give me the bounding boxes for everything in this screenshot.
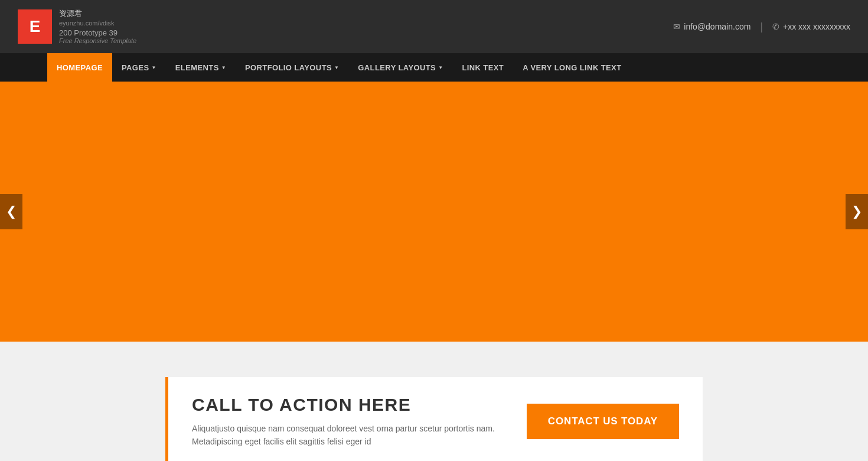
nav-link-homepage[interactable]: HOMEPAGE <box>47 53 112 82</box>
site-header: E 资源君 eyunzhu.com/vdisk 200 Prototype 39… <box>0 0 868 53</box>
slider-prev-button[interactable]: ❮ <box>0 194 22 229</box>
prev-icon: ❮ <box>6 204 17 219</box>
nav-item-gallery[interactable]: GALLERY LAYOUTS ▼ <box>348 53 452 82</box>
nav-link-portfolio[interactable]: PORTFOLIO LAYOUTS ▼ <box>236 53 348 82</box>
logo-text: 资源君 eyunzhu.com/vdisk 200 Prototype 39 F… <box>59 9 136 44</box>
main-nav: HOMEPAGE PAGES ▼ ELEMENTS ▼ PORTFOLIO LA… <box>0 53 868 82</box>
pages-arrow: ▼ <box>152 65 156 70</box>
logo-icon: E <box>18 9 52 44</box>
portfolio-arrow: ▼ <box>334 65 339 70</box>
nav-link-gallery[interactable]: GALLERY LAYOUTS ▼ <box>348 53 452 82</box>
email-icon: ✉ <box>673 22 680 31</box>
site-name: 200 Prototype 39 <box>59 28 136 37</box>
contact-divider: | <box>760 21 763 33</box>
hero-slider: ❮ ❯ <box>0 82 868 342</box>
gallery-arrow: ▼ <box>438 65 443 70</box>
contact-us-button[interactable]: CONTACT US TODAY <box>527 404 679 439</box>
phone-icon: ✆ <box>772 22 779 31</box>
logo-title: 资源君 eyunzhu.com/vdisk <box>59 9 136 27</box>
tagline: Free Responsive Template <box>59 37 136 44</box>
cta-text-area: CALL TO ACTION HERE Aliquatjusto quisque… <box>192 395 527 449</box>
cta-heading: CALL TO ACTION HERE <box>192 395 503 415</box>
cta-section: CALL TO ACTION HERE Aliquatjusto quisque… <box>165 377 703 461</box>
nav-item-elements[interactable]: ELEMENTS ▼ <box>166 53 236 82</box>
nav-link-pages[interactable]: PAGES ▼ <box>112 53 166 82</box>
nav-item-link-text[interactable]: LINK TEXT <box>452 53 513 82</box>
elements-arrow: ▼ <box>221 65 226 70</box>
next-icon: ❯ <box>851 204 862 219</box>
nav-item-pages[interactable]: PAGES ▼ <box>112 53 166 82</box>
email-text: info@domain.com <box>684 22 750 31</box>
nav-link-elements[interactable]: ELEMENTS ▼ <box>166 53 236 82</box>
header-contact: ✉ info@domain.com | ✆ +xx xxx xxxxxxxxx <box>673 21 850 33</box>
nav-item-long-link[interactable]: A VERY LONG LINK TEXT <box>513 53 631 82</box>
email-contact: ✉ info@domain.com <box>673 22 750 31</box>
nav-link-link-text[interactable]: LINK TEXT <box>452 53 513 82</box>
nav-link-long[interactable]: A VERY LONG LINK TEXT <box>513 53 631 82</box>
logo-area: E 资源君 eyunzhu.com/vdisk 200 Prototype 39… <box>18 9 136 44</box>
phone-text: +xx xxx xxxxxxxxx <box>783 22 850 31</box>
cta-body: Aliquatjusto quisque nam consequat dolor… <box>192 422 503 449</box>
nav-item-homepage[interactable]: HOMEPAGE <box>47 53 112 82</box>
nav-item-portfolio[interactable]: PORTFOLIO LAYOUTS ▼ <box>236 53 348 82</box>
slider-next-button[interactable]: ❯ <box>846 194 868 229</box>
phone-contact: ✆ +xx xxx xxxxxxxxx <box>772 22 850 31</box>
